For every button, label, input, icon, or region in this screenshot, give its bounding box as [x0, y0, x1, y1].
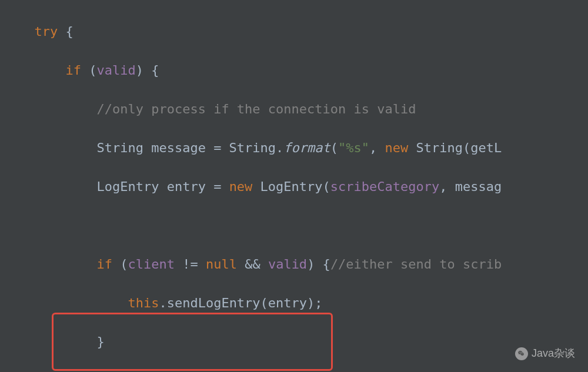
code-line: if (valid) { — [19, 61, 588, 80]
watermark: Java杂谈 — [515, 346, 575, 361]
code-line: try { — [19, 22, 588, 41]
code-line: LogEntry entry = new LogEntry(scribeCate… — [19, 177, 588, 196]
code-line — [19, 216, 588, 235]
watermark-text: Java杂谈 — [532, 346, 575, 361]
code-line: } — [19, 332, 588, 351]
code-line: this.sendLogEntry(entry); — [19, 293, 588, 313]
code-line: //only process if the connection is vali… — [19, 99, 588, 119]
code-line: if (client != null && valid) {//either s… — [19, 254, 588, 274]
wechat-icon — [515, 347, 528, 360]
code-line: String message = String.format("%s", new… — [19, 138, 588, 157]
code-editor[interactable]: try { if (valid) { //only process if the… — [0, 0, 588, 372]
